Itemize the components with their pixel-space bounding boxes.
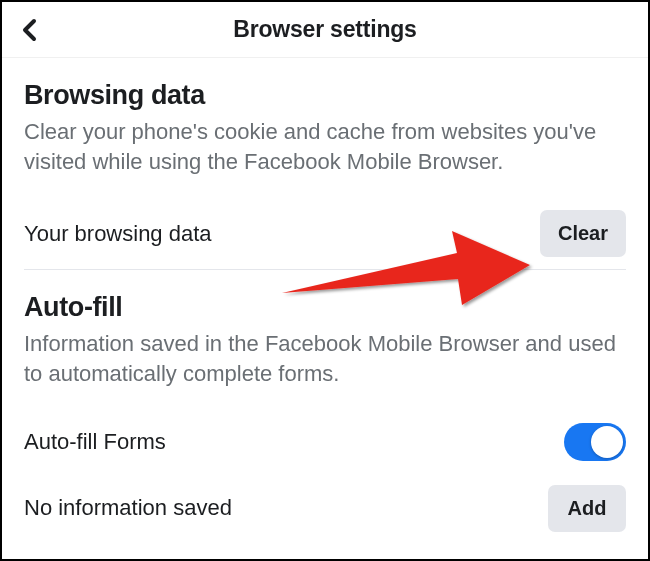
browsing-data-title: Browsing data (24, 80, 626, 111)
add-button[interactable]: Add (548, 485, 626, 532)
chevron-left-icon (20, 18, 40, 42)
back-button[interactable] (16, 16, 44, 44)
auto-fill-forms-toggle[interactable] (564, 423, 626, 461)
header-bar: Browser settings (2, 2, 648, 58)
row-auto-fill-forms: Auto-fill Forms (2, 411, 648, 473)
section-browsing-data: Browsing data Clear your phone's cookie … (2, 58, 648, 198)
browsing-data-description: Clear your phone's cookie and cache from… (24, 117, 626, 176)
auto-fill-description: Information saved in the Facebook Mobile… (24, 329, 626, 388)
auto-fill-title: Auto-fill (24, 292, 626, 323)
auto-fill-forms-label: Auto-fill Forms (24, 429, 166, 455)
toggle-knob (591, 426, 623, 458)
clear-button[interactable]: Clear (540, 210, 626, 257)
your-browsing-data-label: Your browsing data (24, 221, 212, 247)
row-no-information-saved: No information saved Add (2, 473, 648, 544)
section-auto-fill: Auto-fill Information saved in the Faceb… (2, 270, 648, 410)
page-title: Browser settings (2, 16, 648, 43)
no-information-saved-label: No information saved (24, 495, 232, 521)
row-your-browsing-data: Your browsing data Clear (2, 198, 648, 269)
